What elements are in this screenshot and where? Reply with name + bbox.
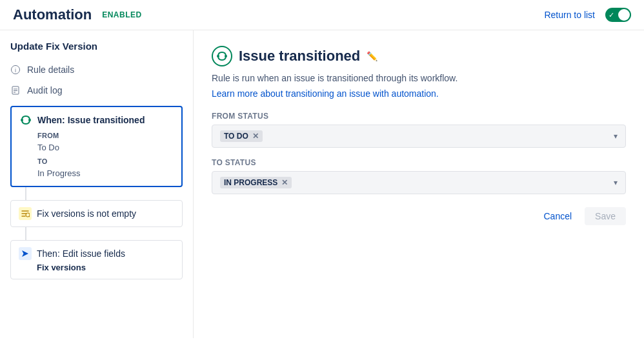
sidebar-item-audit-log[interactable]: Audit log	[0, 80, 193, 101]
trigger-card-header: When: Issue transitioned	[19, 114, 174, 126]
sidebar-item-label-rule-details: Rule details	[27, 65, 74, 75]
top-bar: Automation ENABLED Return to list	[0, 0, 644, 30]
top-bar-right: Return to list	[544, 8, 631, 22]
to-status-tag-text: IN PROGRESS	[224, 178, 277, 187]
sidebar: Update Fix Version i Rule details Audi	[0, 30, 194, 338]
toggle-knob	[618, 9, 630, 21]
to-status-tag-remove[interactable]: ✕	[281, 178, 288, 187]
form-actions: Cancel Save	[212, 207, 626, 225]
trigger-card-label: When: Issue transitioned	[37, 115, 145, 125]
app-title: Automation	[13, 6, 92, 23]
from-status-tag-text: TO DO	[224, 132, 248, 141]
to-value: In Progress	[37, 167, 174, 180]
enabled-badge: ENABLED	[102, 10, 142, 19]
condition-label: Fix versions is not empty	[37, 208, 136, 219]
condition-card[interactable]: Fix versions is not empty	[10, 200, 183, 227]
to-status-field-group: To status IN PROGRESS ✕ ▾	[212, 158, 626, 194]
svg-text:i: i	[15, 67, 16, 74]
condition-icon	[19, 207, 32, 220]
content-title: Issue transitioned	[239, 48, 360, 65]
from-value: To Do	[37, 141, 174, 154]
to-status-select[interactable]: IN PROGRESS ✕ ▾	[212, 171, 626, 194]
from-status-tags: TO DO ✕	[220, 130, 263, 142]
sidebar-item-rule-details[interactable]: i Rule details	[0, 59, 193, 80]
main-layout: Update Fix Version i Rule details Audi	[0, 30, 644, 338]
action-icon	[19, 247, 32, 260]
from-status-chevron-icon: ▾	[614, 132, 618, 141]
enabled-toggle[interactable]	[605, 8, 631, 22]
from-status-field-group: From status TO DO ✕ ▾	[212, 112, 626, 148]
content-area: Issue transitioned ✏️ Rule is run when a…	[194, 30, 644, 338]
svg-point-10	[217, 55, 219, 57]
from-status-tag: TO DO ✕	[220, 130, 263, 142]
from-status-tag-remove[interactable]: ✕	[252, 132, 259, 141]
to-status-chevron-icon: ▾	[614, 178, 618, 187]
from-status-label: From status	[212, 112, 626, 121]
learn-more-link[interactable]: Learn more about transitioning an issue …	[212, 88, 626, 99]
file-text-icon	[10, 85, 21, 96]
content-header: Issue transitioned ✏️	[212, 46, 626, 66]
step-connector-2	[25, 227, 26, 240]
svg-line-9	[29, 216, 30, 217]
svg-point-11	[225, 55, 227, 57]
cancel-button[interactable]: Cancel	[536, 207, 579, 225]
to-status-label: To status	[212, 158, 626, 167]
svg-point-6	[21, 119, 23, 121]
svg-point-7	[28, 119, 31, 121]
return-to-list-link[interactable]: Return to list	[544, 10, 595, 20]
trigger-card-details: FROM To Do TO In Progress	[19, 130, 174, 179]
to-status-tags: IN PROGRESS ✕	[220, 177, 292, 188]
content-description: Rule is run when an issue is transitione…	[212, 73, 626, 83]
info-circle-icon: i	[10, 65, 21, 75]
content-trigger-icon	[212, 46, 232, 66]
trigger-card[interactable]: When: Issue transitioned FROM To Do TO I…	[10, 106, 183, 187]
workflow-steps: When: Issue transitioned FROM To Do TO I…	[0, 106, 193, 279]
action-card[interactable]: Then: Edit issue fields Fix versions	[10, 240, 183, 279]
action-sub-label: Fix versions	[19, 263, 174, 272]
from-label: FROM	[37, 130, 174, 141]
to-status-tag: IN PROGRESS ✕	[220, 177, 292, 188]
from-status-select[interactable]: TO DO ✕ ▾	[212, 125, 626, 148]
sidebar-rule-title: Update Fix Version	[0, 41, 193, 59]
edit-icon[interactable]: ✏️	[367, 51, 377, 61]
save-button[interactable]: Save	[585, 207, 626, 225]
transitions-icon	[19, 114, 32, 126]
step-connector-1	[25, 187, 26, 200]
sidebar-item-label-audit-log: Audit log	[27, 85, 62, 96]
action-label: Then: Edit issue fields	[37, 248, 125, 259]
to-label: TO	[37, 156, 174, 167]
action-card-header: Then: Edit issue fields	[19, 247, 174, 260]
